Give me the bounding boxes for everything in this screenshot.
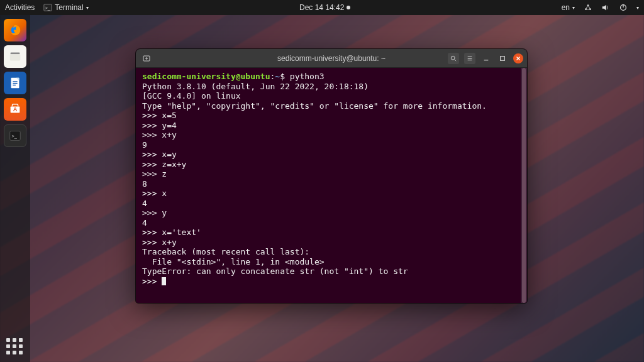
svg-rect-13 [13,85,16,85]
notification-dot-icon [347,6,350,9]
svg-point-21 [451,56,455,60]
dock-item-ubuntu-software[interactable]: A [4,98,26,121]
terminal-window: sedicomm-university@ubuntu: ~ sedicomm-u… [136,49,527,303]
maximize-button[interactable] [497,53,508,64]
terminal-menu-icon: >_ [43,3,52,12]
activities-button[interactable]: Activities [5,3,35,12]
terminal-scrollbar[interactable] [521,68,527,303]
network-icon[interactable] [584,3,592,12]
volume-icon[interactable] [601,3,610,12]
scrollbar-thumb[interactable] [522,68,526,303]
power-icon[interactable] [619,3,628,12]
svg-rect-12 [13,83,17,84]
terminal-titlebar[interactable]: sedicomm-university@ubuntu: ~ [136,49,527,68]
search-button[interactable] [448,53,459,64]
new-tab-button[interactable] [140,52,153,65]
svg-text:>_: >_ [45,6,50,11]
svg-text:A: A [13,106,18,112]
svg-rect-9 [10,54,21,60]
app-menu-label: Terminal [55,3,83,12]
chevron-down-icon: ▾ [636,5,639,11]
minimize-button[interactable] [480,53,492,64]
chevron-down-icon: ▾ [572,5,575,11]
dock: A >_ [0,15,30,362]
svg-line-22 [455,59,457,61]
input-source[interactable]: en ▾ [562,3,575,12]
dock-item-firefox[interactable] [4,19,26,41]
show-applications-button[interactable] [6,338,24,356]
svg-rect-11 [13,81,17,82]
language-label: en [562,3,570,12]
dock-item-libreoffice-writer[interactable] [4,72,26,94]
hamburger-menu-button[interactable] [464,53,475,64]
dock-item-terminal[interactable]: >_ [4,124,26,147]
top-bar: Activities >_ Terminal ▾ Dec 14 14:42 en… [0,0,644,15]
svg-rect-27 [501,56,505,60]
chevron-down-icon: ▾ [86,5,89,11]
terminal-body[interactable]: sedicomm-university@ubuntu:~$ python3 Py… [136,68,527,303]
svg-rect-8 [11,53,20,55]
dock-item-files[interactable] [4,45,26,68]
clock-menu[interactable]: Dec 14 14:42 [299,3,350,12]
svg-text:>_: >_ [12,133,18,139]
clock-label: Dec 14 14:42 [299,3,344,12]
app-menu[interactable]: >_ Terminal ▾ [43,3,88,12]
close-button[interactable] [513,53,523,63]
